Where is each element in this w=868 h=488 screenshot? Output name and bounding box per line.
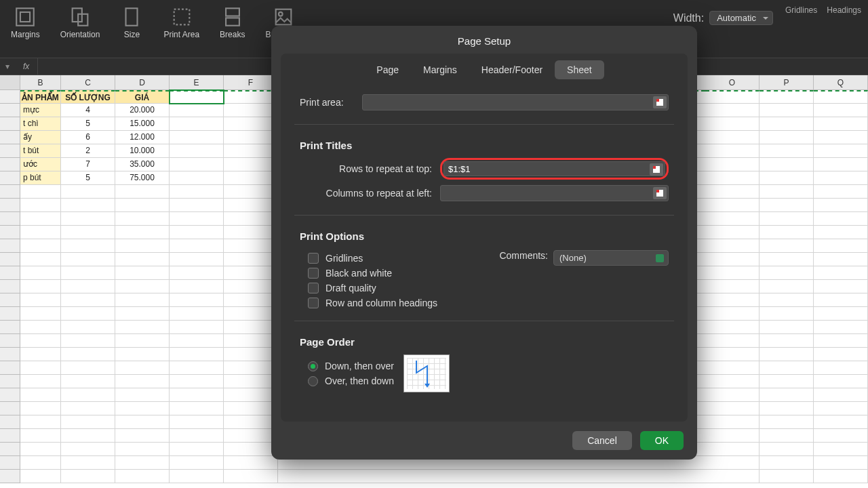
svg-rect-2 [73,8,82,22]
cancel-button[interactable]: Cancel [572,431,632,450]
print-titles-heading: Print Titles [300,140,669,151]
svg-rect-6 [226,8,239,16]
cell[interactable] [224,90,278,104]
size-icon [120,5,143,28]
print-area-icon [170,5,193,28]
gridlines-label[interactable]: Gridlines [785,5,817,15]
ribbon-size[interactable]: Size [116,3,147,42]
range-picker-icon[interactable] [650,163,663,176]
tab-header-footer[interactable]: Header/Footer [469,60,555,79]
margins-icon [14,5,37,28]
col-header[interactable]: C [61,75,115,89]
svg-rect-1 [20,12,30,22]
page-order-heading: Page Order [300,336,669,348]
ribbon-label: Margins [11,30,40,39]
chk-label: Draft quality [326,283,376,293]
width-label: Width: [673,12,704,24]
col-header[interactable]: Q [814,75,868,89]
range-picker-icon[interactable] [653,187,667,199]
rows-repeat-label: Rows to repeat at top: [300,163,432,174]
width-control: Width: Automatic [673,3,773,25]
rows-repeat-value: $1:$1 [448,164,471,174]
fx-label[interactable]: fx [15,58,38,75]
gridlines-checkbox[interactable]: Gridlines [308,253,479,264]
cols-repeat-input[interactable] [440,185,669,201]
svg-rect-5 [174,9,189,25]
draft-checkbox[interactable]: Draft quality [308,283,479,293]
background-icon [272,5,295,28]
ribbon-label: Size [124,30,140,39]
selected-cell[interactable] [170,90,224,104]
cols-repeat-label: Columns to repeat at left: [300,188,432,199]
ribbon-margins[interactable]: Margins [7,3,44,42]
header-cell[interactable]: GIÁ [115,90,170,104]
ribbon-label: Orientation [60,30,100,39]
page-setup-dialog: Page Setup Page Margins Header/Footer Sh… [271,26,697,460]
svg-rect-13 [653,166,656,169]
ribbon-breaks[interactable]: Breaks [216,3,249,42]
svg-rect-15 [656,190,659,192]
chk-label: Gridlines [326,253,363,264]
col-header[interactable]: E [170,75,224,89]
comments-value: (None) [559,253,587,263]
svg-rect-7 [226,18,239,25]
dialog-tabs: Page Margins Header/Footer Sheet [281,54,688,79]
dialog-title: Page Setup [271,26,697,54]
print-options-heading: Print Options [300,230,669,242]
svg-rect-11 [656,99,659,102]
tab-page[interactable]: Page [364,60,411,79]
width-value: Automatic [717,13,756,23]
svg-rect-0 [17,8,35,26]
print-area-input[interactable] [362,94,669,110]
order-over-radio[interactable]: Over, then down [308,375,394,386]
width-dropdown[interactable]: Automatic [709,11,773,25]
rowcol-checkbox[interactable]: Row and column headings [308,298,479,308]
chk-label: Row and column headings [326,298,437,308]
page-order-preview [403,354,450,392]
header-cell[interactable]: ẢN PHẨM [20,90,61,104]
table-row[interactable] [0,470,868,483]
print-area-label: Print area: [300,97,354,108]
ribbon-label: Breaks [220,30,245,39]
radio-label: Over, then down [325,375,394,386]
view-options: Gridlines Headings [785,3,861,15]
ribbon-orientation[interactable]: Orientation [56,3,104,42]
dialog-buttons: Cancel OK [271,422,697,460]
col-header[interactable]: P [760,75,814,89]
ok-button[interactable]: OK [640,431,684,450]
fx-dropdown-icon[interactable]: ▾ [0,62,15,71]
radio-label: Down, then over [325,361,394,371]
svg-rect-4 [126,8,138,26]
tab-margins[interactable]: Margins [411,60,469,79]
tab-sheet[interactable]: Sheet [555,60,604,79]
col-header[interactable]: D [115,75,170,89]
order-down-radio[interactable]: Down, then over [308,361,394,371]
col-header[interactable]: F [224,75,278,89]
comments-dropdown[interactable]: (None) [553,250,669,266]
ribbon-label: Print Area [163,30,199,39]
col-header[interactable]: O [705,75,760,89]
ribbon-print-area[interactable]: Print Area [159,3,203,42]
svg-rect-3 [78,14,87,26]
select-all-corner[interactable] [0,75,20,89]
svg-rect-8 [276,9,292,25]
orientation-icon [68,5,92,28]
comments-label: Comments: [499,250,548,261]
headings-label[interactable]: Headings [827,5,861,15]
header-cell[interactable]: SỐ LƯỢNG [61,90,115,104]
rows-repeat-input[interactable]: $1:$1 [443,161,665,176]
range-picker-icon[interactable] [653,96,667,108]
svg-point-9 [279,12,283,16]
chk-label: Black and white [326,268,392,279]
col-header[interactable]: B [20,75,61,89]
breaks-icon [221,5,244,28]
bw-checkbox[interactable]: Black and white [308,268,479,279]
